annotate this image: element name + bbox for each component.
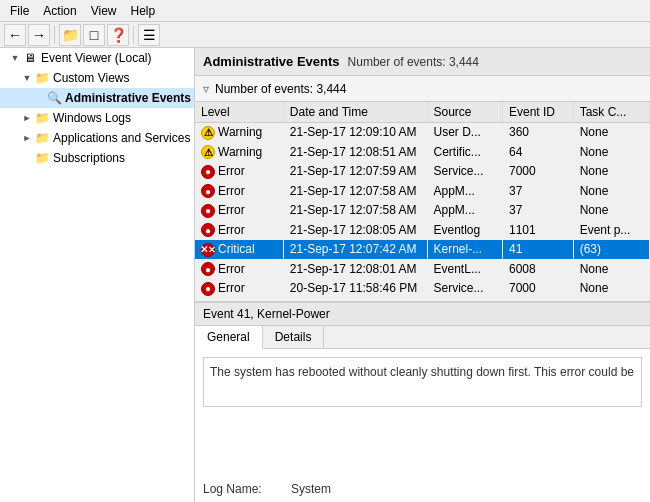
cell-datetime: 20-Sep-17 11:58:46 PM [283, 279, 427, 299]
expand-icon-sub [20, 151, 34, 165]
table-row[interactable]: ●Error21-Sep-17 12:07:58 AMAppM...37None [195, 201, 650, 221]
cell-event-id: 41 [502, 240, 573, 260]
cell-task: None [573, 162, 649, 182]
tab-details[interactable]: Details [263, 326, 325, 348]
tab-general[interactable]: General [195, 326, 263, 349]
cell-source: Service... [427, 162, 502, 182]
level-icon: ● [201, 262, 215, 276]
table-row[interactable]: ●Error21-Sep-17 12:08:05 AMEventlog1101E… [195, 220, 650, 240]
events-tbody: ⚠Warning21-Sep-17 12:09:10 AMUser D...36… [195, 123, 650, 303]
filter-icon: ▿ [203, 82, 209, 96]
sidebar: ▼ 🖥 Event Viewer (Local) ▼ 📁 Custom View… [0, 48, 195, 502]
cell-datetime: 21-Sep-17 12:07:58 AM [283, 201, 427, 221]
cell-level: ●Error [195, 220, 283, 240]
log-name-value: System [291, 482, 331, 496]
sidebar-item-subscriptions[interactable]: 📁 Subscriptions [0, 148, 194, 168]
cell-event-id: 37 [502, 201, 573, 221]
detail-description: The system has rebooted without cleanly … [203, 357, 642, 407]
filter-bar: ▿ Number of events: 3,444 [195, 76, 650, 102]
expand-icon-custom-views: ▼ [20, 71, 34, 85]
col-task: Task C... [573, 102, 649, 123]
cell-event-id: 7000 [502, 162, 573, 182]
expand-icon: ▼ [8, 51, 22, 65]
cell-datetime: 21-Sep-17 12:07:59 AM [283, 162, 427, 182]
content-area: Administrative Events Number of events: … [195, 48, 650, 502]
sidebar-item-custom-views[interactable]: ▼ 📁 Custom Views [0, 68, 194, 88]
detail-meta-log-row: Log Name: System [203, 482, 642, 496]
menu-file[interactable]: File [4, 2, 35, 20]
toolbar: ← → 📁 □ ❓ ☰ [0, 22, 650, 48]
table-row[interactable]: ●Error20-Sep-17 11:58:46 PMService...700… [195, 279, 650, 299]
level-icon: ● [201, 223, 215, 237]
cell-task: None [573, 123, 649, 143]
main-layout: ▼ 🖥 Event Viewer (Local) ▼ 📁 Custom View… [0, 48, 650, 502]
cell-level: ●Error [195, 162, 283, 182]
col-level: Level [195, 102, 283, 123]
table-row[interactable]: ●Error21-Sep-17 12:07:59 AMService...700… [195, 162, 650, 182]
cell-event-id: 6008 [502, 259, 573, 279]
cell-level: ●Error [195, 201, 283, 221]
cell-datetime: 21-Sep-17 12:08:51 AM [283, 142, 427, 162]
back-button[interactable]: ← [4, 24, 26, 46]
open-button[interactable]: 📁 [59, 24, 81, 46]
sidebar-item-app-services[interactable]: ► 📁 Applications and Services Lo [0, 128, 194, 148]
filter-icon: 🔍 [46, 90, 62, 106]
cell-task: None [573, 181, 649, 201]
table-header-row: Level Date and Time Source Event ID Task… [195, 102, 650, 123]
forward-button[interactable]: → [28, 24, 50, 46]
menu-view[interactable]: View [85, 2, 123, 20]
toolbar-sep-2 [133, 26, 134, 44]
cell-datetime: 21-Sep-17 12:08:01 AM [283, 259, 427, 279]
help-button[interactable]: ❓ [107, 24, 129, 46]
level-icon: ● [201, 184, 215, 198]
cell-source: AppM... [427, 201, 502, 221]
cell-event-id: 37 [502, 181, 573, 201]
cell-event-id: 360 [502, 123, 573, 143]
table-row[interactable]: ●Error21-Sep-17 12:07:58 AMAppM...37None [195, 181, 650, 201]
cell-level: ●Error [195, 279, 283, 299]
menu-action[interactable]: Action [37, 2, 82, 20]
cell-level: ✕Critical [195, 240, 283, 260]
folder-icon-custom-views: 📁 [34, 70, 50, 86]
cell-source: Service... [427, 279, 502, 299]
detail-panel: Event 41, Kernel-Power General Details T… [195, 302, 650, 502]
sidebar-item-admin-events[interactable]: 🔍 Administrative Events [0, 88, 194, 108]
cell-source: User D... [427, 123, 502, 143]
cell-level: ⚠Warning [195, 123, 283, 143]
cell-event-id: 64 [502, 142, 573, 162]
cell-event-id: 1101 [502, 220, 573, 240]
sidebar-item-event-viewer[interactable]: ▼ 🖥 Event Viewer (Local) [0, 48, 194, 68]
cell-task: None [573, 279, 649, 299]
table-row[interactable]: ✕Critical21-Sep-17 12:07:42 AMKernel-...… [195, 240, 650, 260]
cell-source: Eventlog [427, 220, 502, 240]
cell-event-id: 7000 [502, 279, 573, 299]
level-icon: ● [201, 282, 215, 296]
log-name-label: Log Name: [203, 482, 283, 496]
properties-button[interactable]: ☰ [138, 24, 160, 46]
menu-help[interactable]: Help [125, 2, 162, 20]
table-row[interactable]: ⚠Warning21-Sep-17 12:09:10 AMUser D...36… [195, 123, 650, 143]
sidebar-label-admin-events: Administrative Events [65, 91, 191, 105]
detail-meta: Log Name: System [195, 476, 650, 502]
sidebar-item-windows-logs[interactable]: ► 📁 Windows Logs [0, 108, 194, 128]
cell-source: EventL... [427, 259, 502, 279]
table-row[interactable]: ●Error21-Sep-17 12:08:01 AMEventL...6008… [195, 259, 650, 279]
menu-bar: File Action View Help [0, 0, 650, 22]
save-button[interactable]: □ [83, 24, 105, 46]
expand-icon-windows: ► [20, 111, 34, 125]
detail-header: Event 41, Kernel-Power [195, 303, 650, 326]
cell-level: ●Error [195, 181, 283, 201]
expand-icon-admin [32, 91, 46, 105]
cell-level: ●Error [195, 259, 283, 279]
table-row[interactable]: ⚠Warning21-Sep-17 12:08:51 AMCertific...… [195, 142, 650, 162]
level-icon: ✕ [201, 243, 215, 257]
sidebar-label-subscriptions: Subscriptions [53, 151, 125, 165]
events-table-container[interactable]: Level Date and Time Source Event ID Task… [195, 102, 650, 302]
cell-task: None [573, 201, 649, 221]
cell-datetime: 21-Sep-17 12:08:05 AM [283, 220, 427, 240]
cell-level: ⚠Warning [195, 142, 283, 162]
filter-count-label: Number of events: 3,444 [215, 82, 346, 96]
cell-task: Event p... [573, 220, 649, 240]
detail-content: The system has rebooted without cleanly … [195, 349, 650, 476]
cell-datetime: 21-Sep-17 12:07:42 AM [283, 240, 427, 260]
